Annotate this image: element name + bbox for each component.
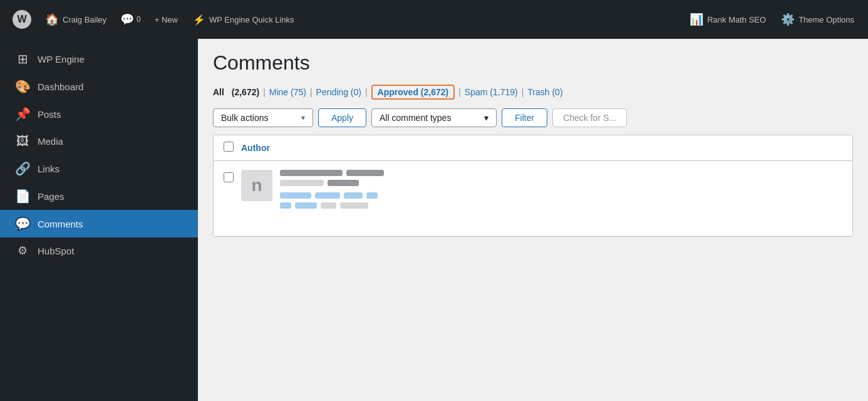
sidebar-label-dashboard: Dashboard	[38, 81, 83, 92]
filter-button[interactable]: Filter	[502, 108, 547, 127]
home-icon: 🏠	[45, 13, 59, 26]
sidebar-label-wp-engine: WP Engine	[38, 54, 85, 65]
author-meta-blur	[346, 170, 384, 176]
chevron-down-icon-2: ▾	[484, 113, 488, 123]
blurred-author-info	[280, 170, 842, 209]
select-all-input[interactable]	[224, 142, 234, 152]
gear-icon: ⚙️	[781, 13, 795, 26]
filter-spam[interactable]: Spam (1,719)	[465, 87, 518, 97]
table-row: n	[214, 161, 852, 236]
comment-text-blur7	[321, 202, 336, 209]
posts-icon: 📌	[15, 107, 30, 122]
hubspot-icon: ⚙	[15, 244, 30, 258]
bulk-actions-dropdown[interactable]: Bulk actions ▾	[213, 108, 313, 127]
comments-table: Author n	[213, 135, 853, 237]
comments-bubble[interactable]: 💬 0	[115, 10, 146, 29]
comment-count: 0	[137, 15, 141, 24]
new-label: + New	[155, 15, 178, 24]
comment-text-blur3	[344, 192, 363, 199]
check-for-button[interactable]: Check for S...	[552, 108, 627, 127]
media-icon: 🖼	[15, 134, 30, 148]
new-content-button[interactable]: + New	[148, 13, 184, 27]
filter-mine[interactable]: Mine (75)	[269, 87, 306, 97]
comment-text-blur5	[280, 202, 291, 209]
site-name-label: Craig Bailey	[63, 15, 106, 24]
sidebar-item-posts[interactable]: 📌 Posts	[0, 100, 198, 128]
sidebar-item-dashboard[interactable]: 🎨 Dashboard	[0, 73, 198, 100]
filter-pending[interactable]: Pending (0)	[316, 87, 361, 97]
wp-engine-icon: ⚡	[193, 14, 205, 26]
row-select-input[interactable]	[224, 172, 234, 182]
apply-button[interactable]: Apply	[318, 108, 366, 127]
rank-math-seo[interactable]: 📊 Rank Math SEO	[683, 10, 772, 29]
filter-trash[interactable]: Trash (0)	[527, 87, 562, 97]
comment-icon: 💬	[120, 13, 134, 26]
comment-text-blur8	[340, 202, 368, 209]
sidebar-label-media: Media	[38, 136, 63, 147]
sidebar-label-pages: Pages	[38, 191, 65, 202]
sidebar-item-links[interactable]: 🔗 Links	[0, 155, 198, 182]
filter-all[interactable]: All (2,672)	[213, 87, 259, 97]
sidebar-label-posts: Posts	[38, 109, 61, 120]
filter-approved[interactable]: Approved (2,672)	[371, 85, 455, 100]
author-column-header[interactable]: Author	[241, 143, 270, 153]
sidebar-label-links: Links	[38, 164, 59, 174]
row-checkbox[interactable]	[224, 170, 241, 185]
sidebar-label-hubspot: HubSpot	[38, 246, 74, 256]
author-meta2-blur	[280, 180, 324, 186]
comments-icon: 💬	[15, 216, 30, 231]
table-header: Author	[214, 135, 852, 161]
select-all-checkbox[interactable]	[224, 142, 241, 154]
comment-text-blur6	[295, 202, 317, 209]
sidebar: ⊞ WP Engine 🎨 Dashboard 📌 Posts 🖼 Media …	[0, 39, 198, 401]
content-area: Comments All (2,672) | Mine (75) | Pendi…	[198, 39, 868, 401]
theme-options[interactable]: ⚙️ Theme Options	[775, 10, 860, 29]
sidebar-item-media[interactable]: 🖼 Media	[0, 128, 198, 155]
author-name-blur	[280, 170, 343, 176]
sidebar-item-hubspot[interactable]: ⚙ HubSpot	[0, 237, 198, 264]
comment-text-blur4	[366, 192, 378, 199]
sidebar-item-pages[interactable]: 📄 Pages	[0, 182, 198, 210]
wordpress-icon: W	[13, 10, 31, 29]
wp-engine-quick-links[interactable]: ⚡ WP Engine Quick Links	[187, 11, 301, 28]
comment-type-dropdown[interactable]: All comment types ▾	[371, 108, 497, 127]
sidebar-item-wp-engine[interactable]: ⊞ WP Engine	[0, 45, 198, 73]
admin-bar: W 🏠 Craig Bailey 💬 0 + New ⚡ WP Engine Q…	[0, 0, 868, 39]
sidebar-item-comments[interactable]: 💬 Comments	[0, 210, 198, 237]
dashboard-icon: 🎨	[15, 79, 30, 94]
chevron-down-icon: ▾	[301, 113, 305, 122]
comment-text-blur2	[315, 192, 340, 199]
sidebar-label-comments: Comments	[38, 219, 83, 229]
site-name[interactable]: 🏠 Craig Bailey	[39, 10, 113, 29]
filter-links: All (2,672) | Mine (75) | Pending (0) | …	[213, 85, 853, 100]
author-meta3-blur	[328, 180, 359, 186]
theme-options-label: Theme Options	[798, 15, 854, 24]
rank-math-label: Rank Math SEO	[707, 15, 766, 24]
comment-content	[280, 170, 842, 209]
wp-logo[interactable]: W	[8, 8, 36, 31]
comment-type-label: All comment types	[380, 113, 451, 123]
toolbar: Bulk actions ▾ Apply All comment types ▾…	[213, 108, 853, 127]
quick-links-label: WP Engine Quick Links	[209, 15, 294, 24]
page-title: Comments	[213, 51, 853, 75]
links-icon: 🔗	[15, 161, 30, 176]
comment-text-blur1	[280, 192, 311, 199]
rank-math-icon: 📊	[690, 13, 703, 26]
bulk-actions-label: Bulk actions	[221, 113, 268, 123]
main-layout: ⊞ WP Engine 🎨 Dashboard 📌 Posts 🖼 Media …	[0, 39, 868, 401]
grid-icon: ⊞	[15, 51, 30, 66]
pages-icon: 📄	[15, 189, 30, 204]
avatar: n	[241, 170, 272, 201]
